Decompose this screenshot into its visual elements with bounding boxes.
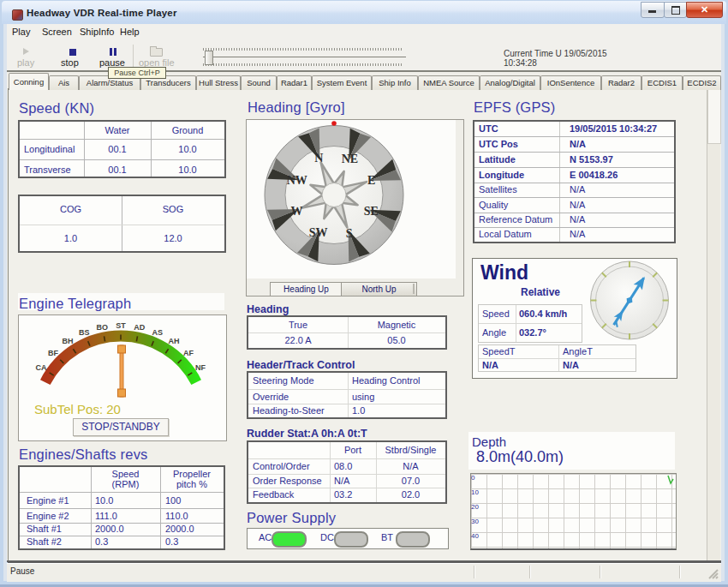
svg-text:BS: BS	[79, 328, 90, 337]
svg-text:AD: AD	[134, 323, 145, 332]
svg-text:CA: CA	[36, 363, 47, 372]
svg-text:S: S	[346, 227, 353, 240]
svg-text:E: E	[367, 174, 375, 187]
svg-text:N: N	[314, 152, 323, 165]
svg-text:ST: ST	[116, 321, 126, 330]
svg-text:NE: NE	[342, 153, 358, 165]
svg-text:SE: SE	[364, 205, 379, 218]
svg-text:NW: NW	[287, 174, 307, 187]
svg-text:AS: AS	[152, 328, 163, 337]
svg-text:NF: NF	[195, 363, 206, 372]
svg-text:W: W	[290, 205, 302, 218]
svg-text:AF: AF	[183, 349, 194, 357]
svg-text:BO: BO	[96, 323, 108, 332]
svg-text:BF: BF	[48, 349, 58, 357]
svg-text:AH: AH	[169, 337, 180, 345]
svg-text:SW: SW	[309, 226, 328, 239]
svg-text:BH: BH	[63, 337, 74, 345]
